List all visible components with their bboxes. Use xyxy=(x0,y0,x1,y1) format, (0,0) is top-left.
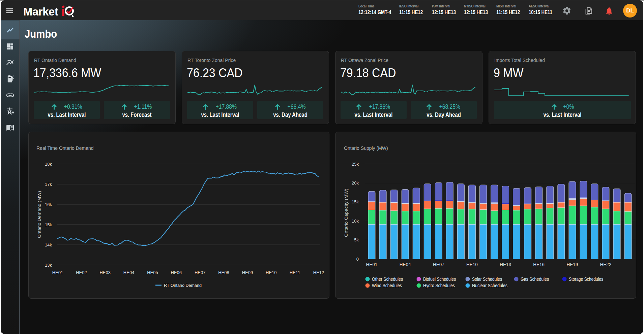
svg-text:20k: 20k xyxy=(352,180,359,186)
svg-text:HE09: HE09 xyxy=(242,270,253,275)
svg-text:HE11: HE11 xyxy=(290,270,300,275)
svg-text:Hydro Schedules: Hydro Schedules xyxy=(423,283,455,288)
svg-text:14k: 14k xyxy=(45,242,52,247)
svg-text:15k: 15k xyxy=(45,222,52,227)
svg-text:HE22: HE22 xyxy=(600,262,612,267)
svg-text:0: 0 xyxy=(356,257,359,262)
svg-text:16k: 16k xyxy=(45,202,52,207)
svg-text:Wind Schedules: Wind Schedules xyxy=(372,283,402,288)
svg-text:HE12: HE12 xyxy=(313,270,324,275)
svg-text:18k: 18k xyxy=(45,162,52,167)
svg-text:HE03: HE03 xyxy=(99,270,111,275)
svg-text:HE04: HE04 xyxy=(400,262,411,267)
svg-text:HE05: HE05 xyxy=(147,270,158,275)
svg-text:HE08: HE08 xyxy=(218,270,229,275)
svg-text:HE16: HE16 xyxy=(533,262,545,267)
svg-text:Solar Schedules: Solar Schedules xyxy=(472,276,502,282)
svg-text:5k: 5k xyxy=(354,237,359,242)
svg-text:Storage Schedules: Storage Schedules xyxy=(569,276,603,282)
svg-text:HE07: HE07 xyxy=(433,262,444,267)
svg-text:HE06: HE06 xyxy=(171,270,182,275)
svg-text:HE01: HE01 xyxy=(366,262,378,267)
svg-text:RT Ontario Demand: RT Ontario Demand xyxy=(164,283,202,288)
svg-text:HE07: HE07 xyxy=(195,270,206,275)
svg-text:HE13: HE13 xyxy=(500,262,511,267)
svg-text:Ontario Demand (MW): Ontario Demand (MW) xyxy=(37,191,42,238)
svg-text:25k: 25k xyxy=(352,162,359,167)
svg-text:13k: 13k xyxy=(45,263,52,268)
svg-text:HE10: HE10 xyxy=(466,262,478,267)
svg-text:15k: 15k xyxy=(352,199,359,204)
svg-text:HE02: HE02 xyxy=(76,270,87,275)
svg-text:Gas Schedules: Gas Schedules xyxy=(521,276,549,282)
svg-text:Ontario Capacity (MW): Ontario Capacity (MW) xyxy=(344,189,349,237)
svg-text:HE04: HE04 xyxy=(123,270,135,275)
svg-text:Nuclear Schedules: Nuclear Schedules xyxy=(472,283,507,288)
svg-text:HE10: HE10 xyxy=(266,270,277,275)
svg-text:HE01: HE01 xyxy=(52,270,63,275)
svg-text:HE19: HE19 xyxy=(567,262,578,267)
svg-text:17k: 17k xyxy=(45,182,52,187)
svg-text:Other Schedules: Other Schedules xyxy=(372,276,403,282)
svg-text:Biofuel Schedules: Biofuel Schedules xyxy=(423,276,456,282)
svg-text:10k: 10k xyxy=(352,219,359,224)
